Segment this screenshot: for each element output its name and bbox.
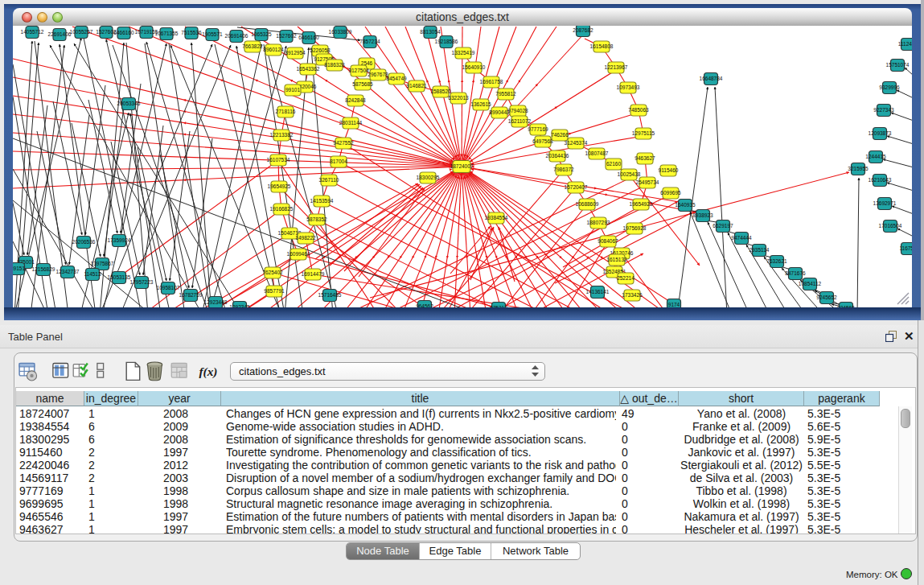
svg-text:15053135: 15053135 (108, 274, 131, 280)
svg-text:8990443: 8990443 (489, 109, 510, 115)
svg-text:14055712: 14055712 (21, 29, 44, 35)
svg-text:3267110: 3267110 (319, 177, 339, 183)
svg-text:1498222: 1498222 (295, 235, 316, 241)
svg-text:10973493: 10973493 (617, 84, 640, 90)
svg-text:1362615: 1362615 (470, 101, 491, 107)
svg-text:7986372: 7986372 (553, 167, 574, 172)
svg-text:19218586: 19218586 (435, 39, 458, 44)
svg-text:62160: 62160 (606, 161, 621, 167)
svg-text:9115460: 9115460 (659, 167, 679, 173)
svg-text:15720407: 15720407 (565, 184, 588, 190)
svg-text:1527602: 1527602 (276, 33, 297, 39)
svg-text:12093873: 12093873 (869, 130, 892, 136)
svg-text:12975115: 12975115 (632, 130, 655, 136)
svg-text:9463627: 9463627 (634, 155, 655, 161)
svg-text:8912954: 8912954 (285, 50, 306, 56)
svg-text:5878352: 5878352 (306, 216, 327, 222)
svg-text:7485063: 7485063 (628, 107, 649, 113)
svg-text:9127504: 9127504 (348, 68, 369, 73)
svg-text:3215955: 3215955 (848, 166, 869, 171)
svg-text:19384554: 19384554 (485, 215, 508, 220)
svg-text:19756928: 19756928 (623, 225, 647, 231)
svg-text:15640910: 15640910 (462, 64, 486, 70)
svg-text:10958107: 10958107 (157, 285, 180, 290)
svg-text:7857234: 7857234 (359, 39, 380, 44)
svg-text:8186328: 8186328 (324, 62, 345, 68)
svg-text:6322013: 6322013 (448, 95, 469, 101)
svg-text:18300295: 18300295 (417, 175, 440, 180)
svg-text:1905571: 1905571 (202, 31, 223, 37)
svg-text:1244415: 1244415 (865, 154, 886, 159)
svg-text:2718116: 2718116 (276, 109, 296, 114)
svg-text:7515536: 7515536 (181, 30, 202, 35)
svg-text:16210643: 16210643 (869, 177, 892, 183)
svg-text:16648784: 16648784 (700, 76, 723, 81)
svg-text:20206536: 20206536 (72, 239, 96, 245)
svg-text:f(x): f(x) (199, 365, 217, 379)
svg-text:19654923: 19654923 (630, 201, 653, 207)
svg-text:2087682: 2087682 (573, 27, 593, 33)
svg-text:1065325: 1065325 (251, 31, 272, 37)
svg-text:10807487: 10807487 (585, 150, 609, 156)
svg-text:116753: 116753 (899, 245, 912, 251)
svg-text:10025438: 10025438 (618, 171, 641, 177)
svg-text:6497568: 6497568 (532, 138, 553, 144)
svg-text:15751074: 15751074 (886, 62, 910, 68)
svg-text:14153594: 14153594 (310, 198, 334, 204)
svg-text:8960124: 8960124 (263, 47, 284, 52)
svg-text:9474444: 9474444 (731, 235, 752, 241)
svg-text:975312: 975312 (490, 305, 507, 307)
svg-text:12213967: 12213967 (605, 64, 628, 70)
svg-text:5226058: 5226058 (310, 47, 331, 53)
svg-text:16914479: 16914479 (302, 271, 325, 277)
svg-text:9777169: 9777169 (528, 126, 548, 132)
svg-text:16154808: 16154808 (590, 43, 614, 49)
svg-text:8938923: 8938923 (692, 212, 713, 218)
svg-text:964562: 964562 (416, 303, 433, 307)
svg-text:924565: 924565 (837, 305, 855, 307)
svg-text:1292345: 1292345 (229, 304, 250, 307)
svg-text:252214: 252214 (617, 275, 634, 281)
svg-text:18807293: 18807293 (587, 220, 610, 225)
svg-text:1615132: 1615132 (606, 257, 627, 262)
svg-text:22691406: 22691406 (48, 31, 72, 37)
svg-text:1588520: 1588520 (430, 89, 451, 94)
svg-text:28031144: 28031144 (339, 120, 363, 126)
svg-text:7625402: 7625402 (262, 270, 283, 275)
svg-text:1733426: 1733426 (622, 292, 643, 298)
svg-text:14136141: 14136141 (586, 289, 610, 295)
svg-text:9174: 9174 (668, 302, 680, 307)
svg-text:17957223: 17957223 (130, 279, 154, 285)
svg-text:16782759: 16782759 (179, 292, 203, 298)
svg-text:6629197: 6629197 (713, 223, 733, 229)
svg-text:15716485: 15716485 (318, 292, 342, 298)
svg-text:12213382: 12213382 (270, 132, 294, 138)
svg-text:114513: 114513 (84, 271, 101, 277)
svg-text:7663822: 7663822 (242, 43, 263, 49)
svg-text:12156829: 12156829 (32, 266, 55, 272)
svg-text:2935114: 2935114 (749, 247, 770, 253)
svg-text:9329996: 9329996 (879, 84, 900, 90)
svg-text:1112453: 1112453 (898, 41, 912, 47)
svg-text:16211072: 16211072 (508, 118, 532, 124)
svg-text:20691406: 20691406 (225, 33, 248, 39)
svg-text:19166825: 19166825 (270, 206, 294, 212)
svg-text:10055257: 10055257 (70, 29, 93, 35)
svg-text:12342737: 12342737 (56, 269, 80, 274)
svg-text:6099695: 6099695 (660, 190, 681, 196)
svg-text:9794028: 9794028 (507, 108, 528, 113)
svg-text:5875685: 5875685 (352, 81, 373, 87)
svg-text:18724007: 18724007 (450, 163, 474, 169)
svg-text:6466160: 6466160 (298, 35, 319, 40)
svg-text:6466160: 6466160 (113, 30, 134, 35)
svg-text:9084067: 9084067 (598, 238, 618, 244)
svg-text:9227343: 9227343 (873, 107, 894, 113)
svg-text:8242848: 8242848 (345, 97, 366, 103)
svg-text:746266: 746266 (551, 132, 569, 138)
svg-text:9427552: 9427552 (333, 140, 354, 146)
svg-text:10688609: 10688609 (576, 201, 599, 207)
svg-text:8454749: 8454749 (386, 76, 407, 81)
svg-text:16099464: 16099464 (287, 251, 310, 257)
svg-text:9857791: 9857791 (264, 288, 285, 294)
svg-text:16961758: 16961758 (480, 79, 503, 84)
